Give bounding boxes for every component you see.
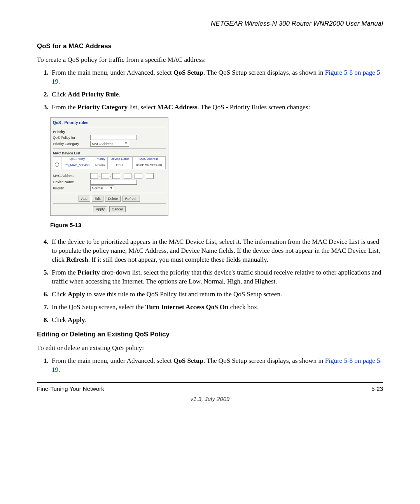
steps-list-3: From the main menu, under Advanced, sele… — [37, 357, 383, 374]
edit-button[interactable]: Edit — [92, 196, 103, 202]
table-header-priority: Priority — [93, 157, 108, 162]
figure-priority-field-label: Priority — [53, 186, 88, 191]
table-row-mac: 00:0D:56:59:F4:08 — [133, 162, 166, 169]
footer-left: Fine-Tuning Your Network — [37, 385, 104, 393]
mac-seg-2[interactable] — [102, 173, 109, 179]
radio-icon[interactable] — [55, 163, 59, 167]
cancel-button[interactable]: Cancel — [109, 206, 126, 212]
table-row-device: DELL — [108, 162, 133, 169]
table-row-priority: Normal — [93, 162, 108, 169]
table-header-mac: MAC Address — [133, 157, 166, 162]
step-3-text-c: list, select — [128, 103, 157, 111]
page-header: NETGEAR Wireless-N 300 Router WNR2000 Us… — [37, 19, 383, 28]
table-row-policy[interactable]: Pri_MAC_59F408 — [61, 162, 93, 169]
figure-priority-category-value: MAC Address — [92, 142, 113, 146]
figure-hr-4 — [53, 203, 166, 204]
header-rule — [37, 31, 383, 31]
step-5-bold: Priority — [77, 269, 100, 276]
footer-center: v1.3, July 2009 — [37, 395, 383, 403]
step-6-bold: Apply — [68, 290, 85, 298]
table-header-radio — [53, 157, 61, 162]
footer-row: Fine-Tuning Your Network 5-23 — [37, 385, 383, 393]
figure-mac-inputs[interactable]: : : : : : — [90, 173, 154, 179]
step-3-bold-2: MAC Address — [157, 103, 197, 111]
step-5: From the Priority drop-down list, select… — [50, 268, 383, 286]
footer-right: 5-23 — [371, 385, 383, 393]
figure-button-row-1: Add Edit Delete Refresh — [53, 196, 166, 202]
step-5-text-c: drop-down list, select the priority that… — [52, 269, 381, 285]
section-intro: To create a QoS policy for traffic from … — [37, 56, 383, 65]
steps3-1-text-a: From the main menu, under Advanced, sele… — [52, 357, 173, 364]
figure-priority-label: Priority — [53, 130, 166, 134]
figure-priority-select[interactable]: Normal ▼ — [90, 186, 114, 191]
mac-seg-5[interactable] — [135, 173, 142, 179]
chevron-down-icon: ▼ — [110, 186, 113, 191]
step-6-text-a: Click — [52, 290, 68, 298]
figure-mac-address-label: MAC Address — [53, 173, 88, 178]
figure-caption: Figure 5-13 — [50, 221, 383, 229]
step-8: Click Apply. — [50, 316, 383, 325]
steps3-1-text-c: . The QoS Setup screen displays, as show… — [203, 357, 325, 364]
step-4-bold: Refresh — [66, 256, 88, 263]
step-3: From the Priority Category list, select … — [50, 103, 383, 112]
section-title-edit-delete: Editing or Deleting an Existing QoS Poli… — [37, 330, 383, 339]
figure-policy-for-label: QoS Policy for — [53, 135, 88, 140]
step-6: Click Apply to save this rule to the QoS… — [50, 290, 383, 299]
step-6-text-c: to save this rule to the QoS Policy list… — [85, 290, 282, 298]
step-3-text-a: From the — [52, 103, 77, 111]
table-row[interactable]: Pri_MAC_59F408 Normal DELL 00:0D:56:59:F… — [53, 162, 166, 169]
figure-panel: QoS - Priority rules Priority QoS Policy… — [50, 117, 168, 216]
step-4-text-c: . If it still does not appear, you must … — [88, 256, 268, 263]
section-title-qos-mac: QoS for a MAC Address — [37, 42, 383, 51]
table-header-policy: QoS Policy — [61, 157, 93, 162]
table-header-device: Device Name — [108, 157, 133, 162]
steps3-1-text-d: . — [58, 366, 60, 373]
figure-mac-device-list-label: MAC Device List — [53, 151, 166, 156]
mac-seg-1[interactable] — [90, 173, 98, 179]
figure-priority-category-label: Priority Category — [53, 142, 88, 146]
delete-button[interactable]: Delete — [105, 196, 121, 202]
figure-policy-for-input[interactable] — [90, 135, 137, 140]
step-7: In the QoS Setup screen, select the Turn… — [50, 303, 383, 312]
step-1-text-d: . — [58, 78, 60, 85]
step-1: From the main menu, under Advanced, sele… — [50, 68, 383, 86]
steps-list-2: If the device to be prioritized appears … — [37, 238, 383, 325]
add-button[interactable]: Add — [79, 196, 90, 202]
figure-priority-category-select[interactable]: MAC Address ▼ — [90, 141, 129, 147]
figure-mac-table: QoS Policy Priority Device Name MAC Addr… — [53, 156, 166, 169]
footer-rule — [37, 382, 383, 383]
figure-device-name-label: Device Name — [53, 180, 88, 184]
figure-priority-select-value: Normal — [92, 186, 103, 191]
table-row-radio[interactable] — [53, 162, 61, 169]
chevron-down-icon: ▼ — [124, 142, 128, 146]
refresh-button[interactable]: Refresh — [122, 196, 140, 202]
step-8-text-c: . — [85, 316, 87, 324]
step-2-bold: Add Priority Rule — [68, 91, 119, 98]
step-8-bold: Apply — [68, 316, 85, 324]
figure-hr-2 — [53, 148, 166, 149]
steps3-step-1: From the main menu, under Advanced, sele… — [50, 357, 383, 374]
step-5-text-a: From the — [52, 269, 77, 276]
apply-button[interactable]: Apply — [93, 206, 107, 212]
step-3-bold-1: Priority Category — [77, 103, 128, 111]
steps3-1-bold: QoS Setup — [173, 357, 203, 364]
table-header-row: QoS Policy Priority Device Name MAC Addr… — [53, 157, 166, 162]
step-1-bold: QoS Setup — [173, 69, 203, 76]
step-1-text-c: . The QoS Setup screen displays, as show… — [203, 69, 325, 76]
figure-panel-title: QoS - Priority rules — [53, 120, 166, 126]
mac-seg-3[interactable] — [112, 173, 120, 179]
figure-hr-1 — [53, 127, 166, 127]
step-2-text-a: Click — [52, 91, 68, 98]
mac-seg-4[interactable] — [124, 173, 131, 179]
step-7-text-a: In the QoS Setup screen, select the — [52, 303, 145, 311]
mac-seg-6[interactable] — [146, 173, 154, 179]
step-7-text-c: check box. — [229, 303, 259, 311]
step-2-text-c: . — [119, 91, 120, 98]
step-8-text-a: Click — [52, 316, 68, 324]
steps-list-1: From the main menu, under Advanced, sele… — [37, 68, 383, 112]
step-1-text-a: From the main menu, under Advanced, sele… — [52, 69, 173, 76]
figure-button-row-2: Apply Cancel — [53, 206, 166, 212]
step-4: If the device to be prioritized appears … — [50, 238, 383, 264]
figure-device-name-input[interactable] — [90, 180, 137, 185]
step-3-text-e: . The QoS - Priority Rules screen change… — [198, 103, 310, 111]
